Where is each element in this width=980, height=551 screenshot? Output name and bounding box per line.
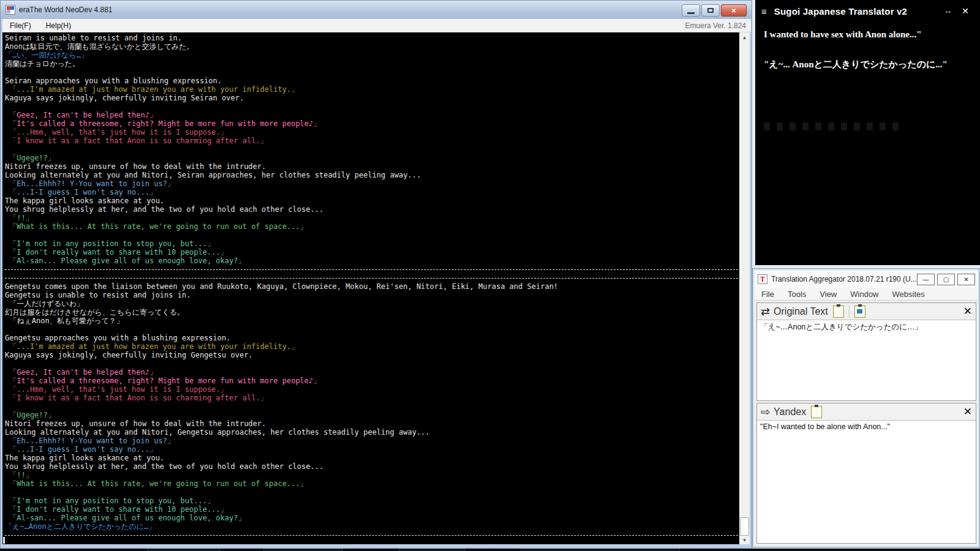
console-line: 「I don't really want to share with 10 pe… (5, 505, 741, 514)
era-menu-help[interactable]: Help(H) (39, 21, 78, 30)
console-line: 「...Hmm, well, that's just how it is I s… (5, 385, 741, 394)
era-menu-file[interactable]: File(F) (2, 21, 39, 30)
era-scrollbar[interactable]: ▲ ▼ (739, 32, 750, 545)
console-line: 「Eh...Ehhh?! Y-You want to join us?」 (5, 179, 741, 188)
console-line: Gengetsu is unable to resist and joins i… (5, 291, 741, 299)
yandex-label: Yandex (774, 407, 806, 418)
ta-titlebar[interactable]: T Translation Aggregator 2018.07.21 r190… (755, 271, 978, 288)
era-console-output[interactable]: Seiran is unable to resist and joins in.… (2, 32, 741, 545)
ta-menu-view[interactable]: View (813, 290, 843, 299)
console-line: Gengetsu approaches you with a blushing … (5, 334, 741, 342)
console-line: Looking alternately at you and Nitori, S… (5, 171, 741, 179)
yandex-translation-content[interactable]: "Eh~I wanted to be alone with Anon..." (757, 421, 976, 433)
console-line: 清蘭はチョロかった。 (5, 59, 741, 68)
scroll-up-icon[interactable]: ▲ (739, 32, 750, 43)
console-line: 幻月は服をはだけさせながら、こちらに寄ってくる。 (5, 308, 741, 317)
console-line (5, 402, 741, 411)
ta-menu-tools[interactable]: Tools (781, 290, 813, 299)
clipboard-icon[interactable] (833, 305, 844, 318)
sugoi-window-title: Sugoi Japanese Translator v2 (774, 6, 907, 17)
console-line: 「!!」 (5, 214, 741, 222)
console-line: You shrug helplessly at her, and the two… (5, 462, 741, 471)
ta-minimize-button[interactable]: — (917, 274, 935, 285)
original-text-pane: ⇄ Original Text ✕ 「え~…Anonと二人きりでシたかったのに…… (756, 302, 976, 401)
era-app-icon (6, 5, 15, 15)
console-line: 「It's called a threesome, right? Might b… (5, 377, 741, 385)
era-minimize-button[interactable] (682, 4, 700, 17)
era-close-button[interactable]: ✕ (721, 4, 747, 17)
console-line: 「Ugege!?」 (5, 154, 741, 162)
console-line: The kappa girl looks askance at you. (5, 197, 741, 205)
console-line: Seiran is unable to resist and joins in. (5, 34, 741, 42)
console-line: 「I know it as a fact that Anon is so cha… (5, 137, 741, 145)
console-line: 「Al-san... Please give all of us enough … (5, 257, 741, 265)
ta-menu-window[interactable]: Window (843, 290, 885, 299)
swap-arrows-icon: ⇄ (761, 305, 770, 318)
console-line (5, 68, 741, 77)
divider (849, 305, 850, 318)
console-line: 「...I'm amazed at just how brazen you ar… (5, 85, 741, 94)
ta-close-button[interactable]: ✕ (957, 274, 975, 285)
console-line (5, 231, 741, 239)
era-version-label: Emuera Ver. 1.824 (685, 21, 751, 30)
sugoi-translated-text: I wanted to have sex with Anon alone..." (764, 29, 922, 40)
console-line (5, 325, 741, 334)
original-pane-close-icon[interactable]: ✕ (963, 305, 972, 318)
era-game-window: eraThe World NeoDev 4.881 ✕ File(F) Help… (0, 0, 752, 549)
sugoi-placeholder-row (764, 122, 899, 130)
console-line: The kappa girl looks askance at you. (5, 454, 741, 462)
console-line: 「What is this... At this rate, we're goi… (5, 222, 741, 231)
placeholder-square (777, 122, 783, 130)
console-line: 「...I-I guess I won't say no...」 (5, 188, 741, 197)
placeholder-square (854, 122, 860, 130)
console-line: 「Eh...Ehhh?! Y-You want to join us?」 (5, 437, 741, 445)
console-line: You shrug helplessly at her, and the two… (5, 205, 741, 214)
placeholder-square (764, 122, 770, 130)
yandex-header: ⇨ Yandex ✕ (757, 403, 976, 421)
console-line: Kaguya says jokingly, cheerfully invitin… (5, 351, 741, 359)
scrollbar-thumb[interactable] (740, 517, 749, 536)
sugoi-close-button[interactable]: ✕ (962, 6, 980, 16)
placeholder-square (841, 122, 847, 130)
placeholder-square (815, 122, 821, 130)
console-line (5, 488, 741, 497)
era-window-border (1, 544, 752, 549)
console-line: Nitori freezes up, unsure of how to deal… (5, 162, 741, 171)
ta-menu-websites[interactable]: Websites (886, 290, 932, 299)
yandex-pane-close-icon[interactable]: ✕ (963, 405, 972, 418)
era-titlebar[interactable]: eraThe World NeoDev 4.881 ✕ (1, 1, 752, 19)
console-line: 「ねぇAnon、私も可愛がって？」 (5, 317, 741, 325)
ta-app-icon: T (758, 274, 767, 284)
placeholder-square (867, 122, 873, 130)
console-line (5, 102, 741, 111)
ta-window-title: Translation Aggregator 2018.07.21 r190 (… (771, 275, 917, 283)
console-line: 「Geez, It can't be helped then♪」 (5, 111, 741, 119)
console-line: 「...I-I guess I won't say no...」 (5, 445, 741, 454)
console-line (5, 145, 741, 154)
hamburger-menu-icon[interactable]: ≡ (755, 6, 774, 17)
ta-menu-file[interactable]: File (755, 290, 781, 299)
clipboard-paste-icon[interactable] (854, 305, 865, 318)
ta-maximize-button[interactable]: ▢ (937, 274, 955, 285)
console-line: Anonは駄目元で、清蘭も混ざらないかと交渉してみた。 (5, 42, 741, 51)
sugoi-minimize-button[interactable]: -- (935, 7, 962, 16)
original-text-label: Original Text (774, 306, 828, 317)
placeholder-square (892, 122, 899, 130)
original-text-content[interactable]: 「え~…Anonと二人きりでシたかったのに…」 (757, 320, 976, 334)
placeholder-square (802, 122, 809, 130)
clipboard-icon[interactable] (811, 406, 822, 418)
taskbar[interactable] (0, 549, 980, 551)
placeholder-square (880, 122, 886, 130)
original-text-header: ⇄ Original Text ✕ (757, 303, 976, 320)
console-line: 「...Hmm, well, that's just how it is I s… (5, 128, 741, 137)
console-separator (5, 274, 741, 282)
era-maximize-button[interactable] (701, 4, 720, 17)
console-line: Gengetsu comes upon the liaison between … (5, 282, 741, 291)
translation-aggregator-window: T Translation Aggregator 2018.07.21 r190… (752, 268, 980, 548)
console-separator (5, 531, 741, 539)
placeholder-square (828, 122, 834, 130)
yandex-pane: ⇨ Yandex ✕ "Eh~I wanted to be alone with… (756, 403, 976, 544)
ta-menubar: FileToolsViewWindowWebsites (755, 288, 978, 301)
sugoi-titlebar[interactable]: ≡ Sugoi Japanese Translator v2 -- ✕ (755, 0, 980, 22)
console-line: 「I'm not in any position to stop you, bu… (5, 239, 741, 248)
